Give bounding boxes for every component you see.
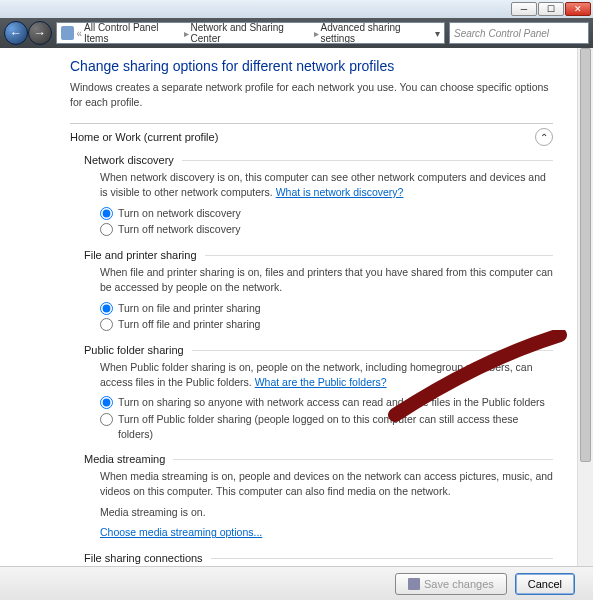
section-title: Public folder sharing (84, 344, 192, 356)
cancel-button[interactable]: Cancel (515, 573, 575, 595)
forward-button[interactable]: → (28, 21, 52, 45)
media-status: Media streaming is on. (100, 505, 553, 520)
search-input[interactable]: Search Control Panel (449, 22, 589, 44)
section-title: File sharing connections (84, 552, 211, 564)
radio-nd-on[interactable] (100, 207, 113, 220)
save-changes-button[interactable]: Save changes (395, 573, 507, 595)
control-panel-icon (61, 26, 74, 40)
section-media-streaming: Media streaming When media streaming is … (84, 453, 553, 540)
profile-header[interactable]: Home or Work (current profile) ⌃ (70, 123, 553, 146)
radio-fp-on[interactable] (100, 302, 113, 315)
maximize-button[interactable]: ☐ (538, 2, 564, 16)
breadcrumb-item[interactable]: All Control Panel Items (84, 22, 182, 44)
section-text: When file and printer sharing is on, fil… (100, 265, 553, 294)
section-title: File and printer sharing (84, 249, 205, 261)
radio-label: Turn off Public folder sharing (people l… (118, 412, 553, 441)
section-text: When media streaming is on, people and d… (100, 469, 553, 498)
button-label: Save changes (424, 578, 494, 590)
chevron-down-icon[interactable]: ▾ (435, 28, 440, 39)
section-file-sharing-connections: File sharing connections Windows 7 uses … (84, 552, 553, 566)
page-title: Change sharing options for different net… (70, 58, 553, 74)
collapse-icon[interactable]: ⌃ (535, 128, 553, 146)
back-button[interactable]: ← (4, 21, 28, 45)
save-icon (408, 578, 420, 590)
link-what-are-public-folders[interactable]: What are the Public folders? (255, 376, 387, 388)
radio-label: Turn off network discovery (118, 222, 241, 237)
scrollbar[interactable] (577, 48, 593, 566)
nav-bar: ← → « All Control Panel Items ▸ Network … (0, 18, 593, 48)
radio-label: Turn on network discovery (118, 206, 241, 221)
radio-fp-off[interactable] (100, 318, 113, 331)
radio-label: Turn on file and printer sharing (118, 301, 261, 316)
breadcrumb[interactable]: « All Control Panel Items ▸ Network and … (56, 22, 445, 44)
radio-pf-off[interactable] (100, 413, 113, 426)
breadcrumb-item[interactable]: Network and Sharing Center (191, 22, 312, 44)
close-button[interactable]: ✕ (565, 2, 591, 16)
radio-label: Turn off file and printer sharing (118, 317, 260, 332)
section-title: Media streaming (84, 453, 173, 465)
page-description: Windows creates a separate network profi… (70, 80, 553, 109)
section-file-printer-sharing: File and printer sharing When file and p… (84, 249, 553, 332)
radio-nd-off[interactable] (100, 223, 113, 236)
window-chrome: ─ ☐ ✕ (0, 0, 593, 18)
radio-pf-on[interactable] (100, 396, 113, 409)
scrollbar-thumb[interactable] (580, 48, 591, 462)
profile-header-label: Home or Work (current profile) (70, 131, 218, 143)
minimize-button[interactable]: ─ (511, 2, 537, 16)
content-area: Change sharing options for different net… (0, 48, 593, 566)
breadcrumb-item[interactable]: Advanced sharing settings (321, 22, 433, 44)
section-public-folder-sharing: Public folder sharing When Public folder… (84, 344, 553, 441)
link-what-is-network-discovery[interactable]: What is network discovery? (276, 186, 404, 198)
link-media-streaming-options[interactable]: Choose media streaming options... (100, 526, 262, 538)
radio-label: Turn on sharing so anyone with network a… (118, 395, 545, 410)
section-network-discovery: Network discovery When network discovery… (84, 154, 553, 237)
footer: Save changes Cancel (0, 566, 593, 600)
section-title: Network discovery (84, 154, 182, 166)
